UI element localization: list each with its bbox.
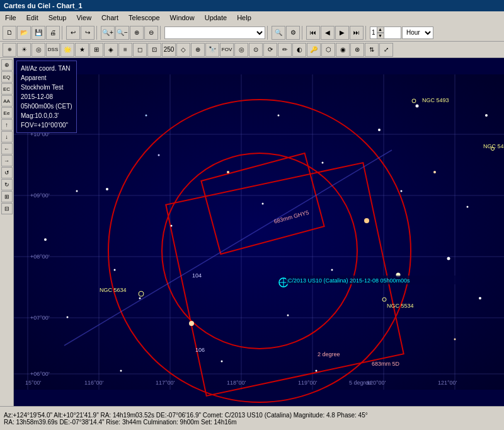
- svg-point-52: [120, 370, 122, 372]
- tb2-btn7[interactable]: ⊞: [89, 43, 103, 57]
- tb2-btn10[interactable]: ◻: [133, 43, 147, 57]
- tb2-btn11[interactable]: ⊡: [147, 43, 161, 57]
- toolbar-1: 🗋 📂 💾 🖨 ↩ ↪ 🔍+ 🔍− ⊕ ⊖ 🔍 ⚙ ⏮ ◀ ▶ ⏭ 1 ▲ ▼ …: [0, 24, 504, 42]
- menu-edit[interactable]: Edit: [24, 13, 41, 23]
- tb2-btn25[interactable]: ⊛: [350, 43, 364, 57]
- side-btn-eq[interactable]: EQ: [1, 71, 13, 83]
- menu-telescope[interactable]: Telescope: [126, 13, 163, 23]
- zoom-prev-button[interactable]: ⊖: [144, 26, 158, 40]
- tb2-btn2[interactable]: ☀: [17, 43, 31, 57]
- side-btn-9[interactable]: ↺: [1, 167, 13, 178]
- magnitude: Mag:10.0,0.3': [21, 111, 72, 120]
- print-button[interactable]: 🖨: [46, 26, 60, 40]
- svg-text:120°00': 120°00': [367, 380, 386, 386]
- tb2-btn19[interactable]: ⟳: [263, 43, 277, 57]
- mode: Apparent: [21, 73, 72, 83]
- side-btn-5[interactable]: ↑: [1, 119, 13, 131]
- tb2-btn3[interactable]: ◎: [32, 43, 45, 57]
- svg-point-34: [447, 257, 450, 260]
- tb2-btn5[interactable]: 🌟: [60, 43, 74, 57]
- tb2-btn9[interactable]: ≡: [118, 43, 132, 57]
- svg-point-59: [262, 203, 264, 205]
- tb2-btn6[interactable]: ★: [75, 43, 89, 57]
- side-btn-ee[interactable]: Ee: [1, 107, 13, 119]
- step-up[interactable]: ▲: [377, 26, 384, 33]
- side-btn-8[interactable]: →: [1, 155, 13, 166]
- side-btn-11[interactable]: ⊞: [1, 191, 13, 202]
- tb2-btn13[interactable]: ◇: [176, 43, 190, 57]
- side-btn-12[interactable]: ⊟: [1, 203, 13, 214]
- tb2-btn27[interactable]: ⤢: [379, 43, 393, 57]
- side-btn-aa[interactable]: AA: [1, 95, 13, 107]
- save-button[interactable]: 💾: [32, 26, 45, 40]
- sky-canvas[interactable]: Alt/Az coord. TAN Apparent Stockholm Tes…: [14, 58, 504, 406]
- menu-chart[interactable]: Chart: [99, 13, 121, 23]
- step-spinbox[interactable]: 1 ▲ ▼: [370, 26, 401, 39]
- menu-help[interactable]: Help: [234, 13, 254, 23]
- zoom-in-button[interactable]: 🔍+: [101, 26, 115, 40]
- side-btn-7[interactable]: ←: [1, 143, 13, 154]
- tb2-btn22[interactable]: 🔑: [307, 43, 321, 57]
- tb2-btn26[interactable]: ⇅: [365, 43, 379, 57]
- open-button[interactable]: 📂: [17, 26, 31, 40]
- svg-point-53: [485, 114, 488, 117]
- side-btn-ec[interactable]: EC: [1, 83, 13, 95]
- tb2-btn16[interactable]: FOV: [220, 43, 234, 57]
- date: 2015-12-08: [21, 92, 72, 102]
- tb2-btn21[interactable]: ◐: [292, 43, 306, 57]
- svg-point-35: [106, 188, 108, 190]
- nav-left[interactable]: ◀: [321, 26, 335, 40]
- svg-point-32: [396, 273, 401, 277]
- side-btn-10[interactable]: ↻: [1, 179, 13, 190]
- left-sidebar: ⊕ EQ EC AA Ee ↑ ↓ ← → ↺ ↻ ⊞ ⊟: [0, 58, 14, 406]
- tb2-btn12[interactable]: 250: [162, 43, 176, 57]
- svg-text:+06°00': +06°00': [30, 371, 50, 377]
- svg-point-50: [76, 190, 78, 192]
- search-button[interactable]: 🔍: [272, 26, 285, 40]
- svg-text:121°00': 121°00': [438, 380, 457, 386]
- menu-window[interactable]: Window: [168, 13, 197, 23]
- title-bar: Cartes du Ciel - Chart_1: [0, 0, 504, 11]
- tb2-btn15[interactable]: 🔭: [205, 43, 219, 57]
- side-btn-6[interactable]: ↓: [1, 131, 13, 142]
- tb2-btn18[interactable]: ⊙: [249, 43, 263, 57]
- svg-text:104: 104: [192, 272, 202, 279]
- menu-update[interactable]: Update: [202, 13, 229, 23]
- zoom-fit-button[interactable]: ⊕: [130, 26, 144, 40]
- svg-text:683mm GHY5: 683mm GHY5: [273, 209, 310, 224]
- side-btn-1[interactable]: ⊕: [1, 59, 13, 71]
- tb2-btn20[interactable]: ✏: [278, 43, 292, 57]
- menu-file[interactable]: File: [3, 13, 19, 23]
- tb2-btn24[interactable]: ◉: [336, 43, 350, 57]
- svg-point-37: [378, 129, 381, 131]
- tb2-btn1[interactable]: ⊕: [3, 43, 16, 57]
- svg-text:NGC 5493: NGC 5493: [422, 97, 449, 103]
- tb2-btn23[interactable]: ⬡: [321, 43, 335, 57]
- zoom-out-button[interactable]: 🔍−: [115, 26, 129, 40]
- svg-text:119°00': 119°00': [298, 380, 318, 386]
- nav-right-right[interactable]: ⏭: [350, 26, 364, 40]
- menu-view[interactable]: View: [74, 13, 94, 23]
- svg-point-46: [479, 297, 481, 299]
- new-button[interactable]: 🗋: [3, 26, 16, 40]
- svg-point-67: [382, 298, 386, 301]
- svg-point-41: [44, 238, 47, 241]
- svg-point-42: [146, 115, 147, 117]
- tb2-btn4[interactable]: DSS: [46, 43, 60, 57]
- step-down[interactable]: ▼: [377, 33, 384, 39]
- sky-svg: +10°00' +09°00' +08°00' +07°00' +06°00' …: [14, 58, 504, 406]
- forward-button[interactable]: ↪: [81, 26, 94, 40]
- svg-point-60: [139, 298, 141, 299]
- tb2-btn8[interactable]: ◈: [104, 43, 118, 57]
- tb2-btn17[interactable]: ◎: [234, 43, 248, 57]
- options-button[interactable]: ⚙: [286, 26, 300, 40]
- svg-text:15°00': 15°00': [25, 380, 42, 386]
- nav-right[interactable]: ▶: [335, 26, 349, 40]
- back-button[interactable]: ↩: [66, 26, 80, 40]
- tb2-btn14[interactable]: ⊕: [191, 43, 205, 57]
- svg-point-44: [433, 171, 436, 173]
- menu-setup[interactable]: Setup: [46, 13, 69, 23]
- chart-combo[interactable]: [164, 26, 265, 39]
- time-unit-combo[interactable]: Hour Min Day: [402, 26, 433, 39]
- nav-left-left[interactable]: ⏮: [306, 26, 320, 40]
